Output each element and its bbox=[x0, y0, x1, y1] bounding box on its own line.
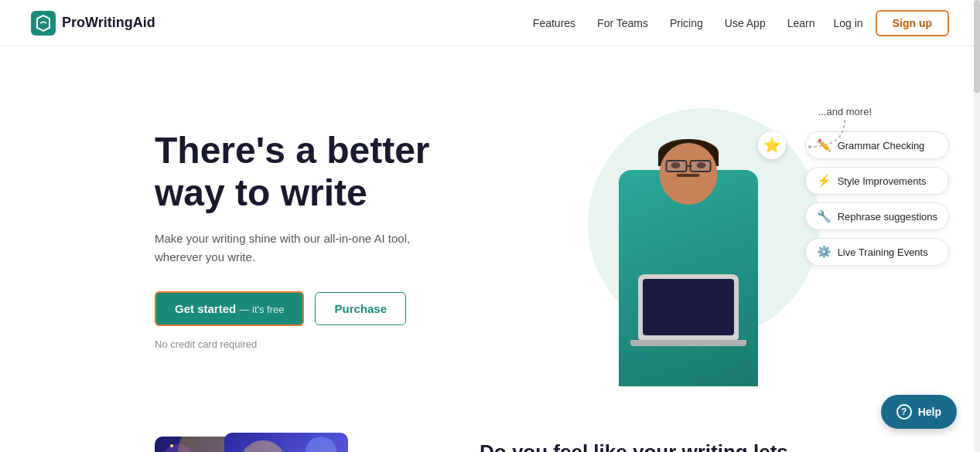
no-credit-text: No credit card required bbox=[155, 338, 526, 350]
nav-for-teams[interactable]: For Teams bbox=[597, 17, 648, 29]
navbar: ProWritingAid Features For Teams Pricing… bbox=[0, 0, 980, 46]
hero-subtitle: Make your writing shine with our all-in-… bbox=[155, 229, 418, 267]
nav-links: Features For Teams Pricing Use App Learn bbox=[533, 17, 815, 29]
purchase-button[interactable]: Purchase bbox=[315, 292, 406, 325]
help-button[interactable]: ? Help bbox=[881, 395, 957, 429]
hero-left: There's a better way to write Make your … bbox=[155, 129, 526, 350]
bottom-right: Do you feel like your writing lets you d… bbox=[480, 433, 825, 452]
bottom-section: Do you feel like your writing lets you d… bbox=[0, 417, 980, 452]
signup-button[interactable]: Sign up bbox=[876, 10, 949, 36]
hero-section: There's a better way to write Make your … bbox=[0, 46, 980, 417]
nav-use-app[interactable]: Use App bbox=[725, 17, 766, 29]
star-badge: ⭐ bbox=[758, 131, 786, 159]
style-icon: ⚡ bbox=[817, 174, 831, 188]
help-icon: ? bbox=[896, 404, 912, 420]
feature-pills: ✏️ Grammar Checking ⚡ Style Improvements… bbox=[805, 131, 949, 266]
pill-training: ⚙️ Live Training Events bbox=[805, 238, 949, 266]
login-button[interactable]: Log in bbox=[834, 17, 863, 29]
bottom-image-area bbox=[155, 433, 418, 452]
logo-icon bbox=[31, 11, 56, 36]
hero-right: ⭐ ...and bbox=[541, 93, 949, 386]
help-label: Help bbox=[918, 406, 941, 418]
free-suffix: — it's free bbox=[239, 304, 284, 315]
bottom-title: Do you feel like your writing lets you d… bbox=[480, 440, 825, 452]
nav-learn[interactable]: Learn bbox=[787, 17, 815, 29]
training-icon: ⚙️ bbox=[817, 245, 831, 259]
svg-rect-0 bbox=[31, 11, 56, 36]
get-started-button[interactable]: Get started — it's free bbox=[155, 291, 304, 326]
pill-rephrase: 🔧 Rephrase suggestions bbox=[805, 202, 949, 230]
pill-style: ⚡ Style Improvements bbox=[805, 167, 949, 195]
svg-point-1 bbox=[808, 145, 811, 148]
person-figure bbox=[603, 131, 773, 386]
and-more-label: ...and more! bbox=[818, 104, 872, 118]
brand-name: ProWritingAid bbox=[62, 15, 155, 31]
hero-buttons: Get started — it's free Purchase bbox=[155, 291, 526, 326]
nav-pricing[interactable]: Pricing bbox=[670, 17, 703, 29]
hero-title: There's a better way to write bbox=[155, 129, 526, 214]
nav-features[interactable]: Features bbox=[533, 17, 575, 29]
logo-area[interactable]: ProWritingAid bbox=[31, 11, 155, 36]
rephrase-icon: 🔧 bbox=[817, 209, 831, 223]
second-image-card bbox=[224, 433, 348, 452]
